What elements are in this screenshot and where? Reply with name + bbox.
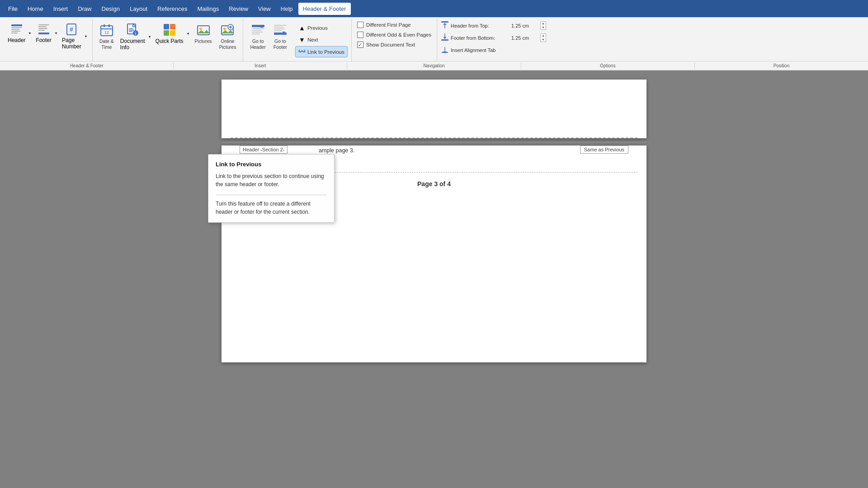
svg-rect-3 [11, 31, 20, 32]
ribbon-group-header-footer: Header ▾ [2, 19, 93, 61]
menu-draw[interactable]: Draw [73, 3, 96, 15]
menu-design[interactable]: Design [97, 3, 124, 15]
page-number-dropdown-arrow[interactable]: ▾ [84, 21, 89, 52]
page-number-icon: # [65, 23, 78, 37]
label-navigation: Navigation [347, 62, 521, 69]
date-time-button[interactable]: 12 Date &Time [96, 21, 117, 52]
navigation-buttons: Go toHeader [247, 19, 347, 61]
spinner-up[interactable]: ▲ [541, 22, 546, 25]
svg-rect-49 [441, 39, 448, 41]
footer-spinner-down[interactable]: ▼ [541, 38, 546, 42]
svg-rect-36 [252, 30, 262, 31]
header-from-top-label: Header from Top: [451, 23, 509, 28]
document-info-dropdown[interactable]: ▾ [147, 21, 152, 53]
svg-rect-38 [252, 33, 260, 34]
header-from-top-value: 1.25 cm [511, 23, 538, 28]
tooltip-divider [216, 195, 327, 195]
pictures-button[interactable]: Pictures [192, 21, 215, 47]
quick-parts-dropdown[interactable]: ▾ [186, 21, 191, 47]
quick-parts-icon [163, 23, 176, 38]
footer-spinner-up[interactable]: ▲ [541, 34, 546, 38]
next-label: Next [307, 37, 318, 42]
header-section-label: Header -Section 2- [240, 145, 288, 154]
menu-mailings[interactable]: Mailings [193, 3, 224, 15]
pictures-label: Pictures [195, 38, 212, 44]
date-time-icon: 12 [99, 23, 114, 38]
menu-file[interactable]: File [4, 3, 22, 15]
page-above [222, 80, 646, 138]
svg-rect-43 [274, 30, 282, 31]
footer-dropdown-arrow[interactable]: ▾ [54, 21, 59, 46]
next-button[interactable]: ▼ Next [295, 34, 348, 45]
svg-text:12: 12 [104, 30, 109, 35]
menu-layout[interactable]: Layout [125, 3, 152, 15]
ribbon-group-options: Different First Page Different Odd & Eve… [352, 19, 437, 61]
svg-rect-6 [38, 26, 47, 27]
document-info-icon: i [126, 23, 139, 38]
menu-header-footer[interactable]: Header & Footer [298, 3, 351, 15]
svg-rect-24 [170, 24, 175, 29]
header-button-main[interactable]: Header [5, 21, 28, 46]
page-number-button-label: PageNumber [62, 37, 81, 50]
tooltip-desc1: Link to the previous section to continue… [216, 172, 327, 188]
spinner-down[interactable]: ▼ [541, 26, 546, 29]
quick-parts-main[interactable]: Quick Parts [153, 21, 186, 47]
link-to-previous-button[interactable]: Link to Previous [295, 46, 348, 57]
header-from-top-spinner[interactable]: ▲ ▼ [540, 21, 546, 30]
footer-button-main[interactable]: Footer [33, 21, 54, 46]
page-indicator: Page 3 of 4 [417, 180, 451, 188]
prev-next-buttons: ▲ Previous ▼ Next [295, 21, 348, 59]
previous-icon: ▲ [298, 24, 306, 32]
svg-rect-14 [108, 24, 110, 27]
link-to-previous-label: Link to Previous [307, 49, 344, 55]
insert-alignment-tab-icon [441, 45, 449, 55]
previous-button[interactable]: ▲ Previous [295, 23, 348, 33]
different-first-page-row[interactable]: Different First Page [355, 21, 433, 29]
page-number-split-button[interactable]: # PageNumber ▾ [60, 21, 89, 52]
document-info-split[interactable]: i DocumentInfo ▾ [118, 21, 152, 53]
different-odd-even-row[interactable]: Different Odd & Even Pages [355, 31, 433, 39]
goto-header-icon [251, 23, 265, 38]
menu-help[interactable]: Help [276, 3, 297, 15]
header-dropdown-arrow[interactable]: ▾ [28, 21, 33, 46]
svg-rect-37 [252, 32, 263, 33]
label-options: Options [521, 62, 695, 69]
goto-header-button[interactable]: Go toHeader [247, 21, 269, 52]
svg-rect-35 [252, 28, 264, 29]
page-number-button-main[interactable]: # PageNumber [60, 21, 84, 52]
document-info-label: DocumentInfo [120, 38, 145, 51]
footer-from-bottom-row: Footer from Bottom: 1.25 cm ▲ ▼ [441, 33, 546, 42]
svg-point-30 [223, 28, 226, 30]
header-from-top-row: Header from Top: 1.25 cm ▲ ▼ [441, 21, 546, 30]
ribbon-group-insert: 12 Date &Time [93, 19, 244, 61]
checkmark: ✓ [358, 42, 362, 48]
document-info-main[interactable]: i DocumentInfo [118, 21, 147, 53]
ribbon: Header ▾ [0, 17, 868, 70]
menu-view[interactable]: View [254, 3, 275, 15]
footer-from-bottom-icon [441, 33, 449, 42]
menu-home[interactable]: Home [23, 3, 48, 15]
menu-review[interactable]: Review [224, 3, 253, 15]
menu-references[interactable]: References [153, 3, 192, 15]
different-odd-even-checkbox[interactable] [357, 32, 363, 38]
ribbon-group-navigation: Go toHeader [243, 19, 351, 61]
goto-footer-button[interactable]: Go toFooter [270, 21, 291, 52]
ribbon-labels: Header & Footer Insert Navigation Option… [0, 61, 868, 70]
header-split-button[interactable]: Header ▾ [5, 21, 33, 46]
online-pictures-button[interactable]: OnlinePictures [216, 21, 240, 52]
svg-rect-19 [129, 30, 134, 31]
quick-parts-split[interactable]: Quick Parts ▾ [153, 21, 191, 47]
footer-from-bottom-value: 1.25 cm [511, 35, 538, 41]
insert-buttons: 12 Date &Time [96, 19, 240, 61]
goto-buttons: Go toHeader [247, 21, 290, 52]
menu-insert[interactable]: Insert [49, 3, 73, 15]
svg-rect-4 [11, 33, 18, 33]
different-odd-even-label: Different Odd & Even Pages [366, 32, 431, 38]
footer-split-button[interactable]: Footer ▾ [33, 21, 59, 46]
svg-rect-1 [11, 27, 22, 28]
footer-from-bottom-spinner[interactable]: ▲ ▼ [540, 33, 546, 42]
different-first-page-checkbox[interactable] [357, 22, 363, 28]
show-document-text-checkbox[interactable]: ✓ [357, 42, 363, 48]
show-document-text-row[interactable]: ✓ Show Document Text [355, 41, 433, 49]
ribbon-group-position: Header from Top: 1.25 cm ▲ ▼ [437, 19, 550, 61]
